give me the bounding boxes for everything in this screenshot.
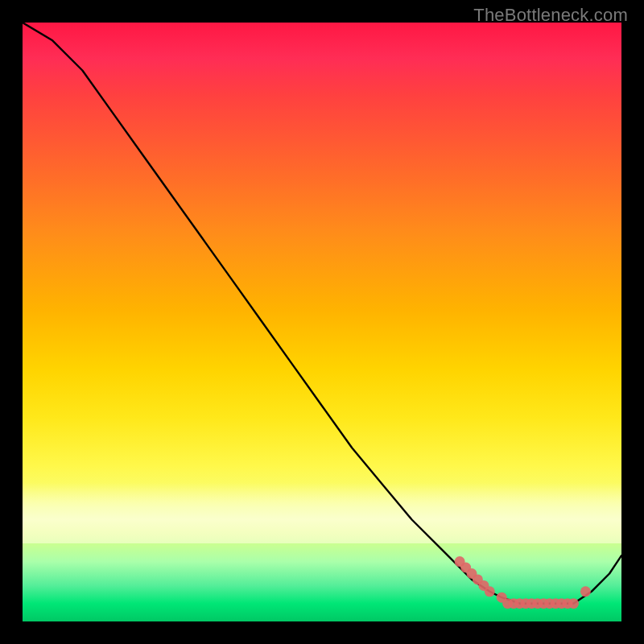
chart-frame: TheBottleneck.com <box>0 0 644 644</box>
plot-area <box>23 23 621 621</box>
watermark-text: TheBottleneck.com <box>473 5 628 26</box>
